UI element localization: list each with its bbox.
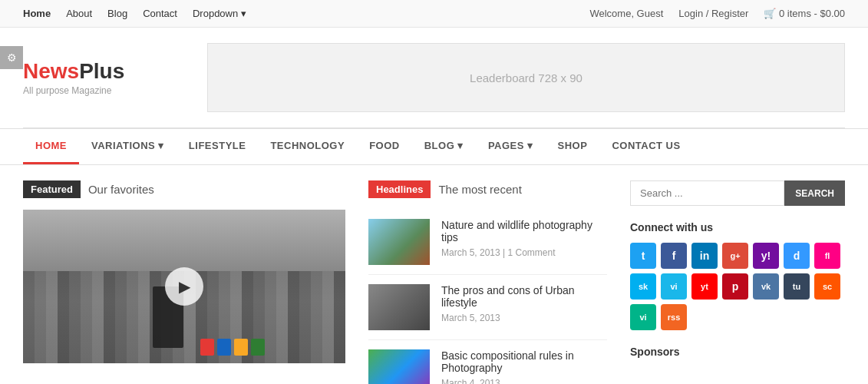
headline-title-3[interactable]: Basic compositional rules in Photography	[441, 349, 607, 374]
logo-plus: Plus	[79, 59, 124, 83]
vimeo-icon[interactable]: vi	[661, 273, 687, 300]
settings-gear-button[interactable]: ⚙	[0, 46, 23, 69]
search-box: SEARCH	[630, 180, 845, 206]
nav-contact-us[interactable]: CONTACT US	[599, 129, 692, 164]
top-nav-about[interactable]: About	[66, 8, 92, 19]
headline-thumb-1[interactable]	[368, 219, 430, 265]
content-area: Featured Our favorites ▶ Headlines The m…	[0, 165, 868, 384]
nav-home[interactable]: HOME	[23, 129, 79, 164]
featured-badge: Featured	[23, 180, 81, 198]
logo-text: NewsPlus	[23, 59, 177, 84]
headline-item-3: Basic compositional rules in Photography…	[368, 340, 607, 384]
dropdown-arrow-icon: ▾	[241, 8, 246, 19]
thumb-image-2	[368, 284, 430, 330]
featured-title: Our favorites	[88, 183, 154, 196]
headline-thumb-2[interactable]	[368, 284, 430, 330]
twitter-icon[interactable]: t	[630, 243, 656, 269]
youtube-icon[interactable]: yt	[691, 273, 718, 300]
featured-image[interactable]: ▶	[23, 210, 345, 363]
headline-meta-1: March 5, 2013 | 1 Comment	[441, 247, 607, 258]
social-icons-grid: t f in g+ y! d fl sk vi yt p vk tu sc vi…	[630, 243, 845, 330]
top-nav-blog[interactable]: Blog	[107, 8, 127, 19]
cart-text: 0 items - $0.00	[779, 8, 845, 19]
top-bar: Home About Blog Contact Dropdown ▾ Welco…	[0, 0, 868, 28]
headlines-section: Headlines The most recent Nature and wil…	[368, 180, 607, 384]
variations-arrow-icon: ▾	[158, 140, 164, 151]
cart-icon: 🛒	[764, 8, 776, 19]
sidebar: SEARCH Connect with us t f in g+ y! d fl…	[630, 180, 845, 384]
nav-technology[interactable]: TECHNOLOGY	[258, 129, 357, 164]
site-header: NewsPlus All purpose Magazine Leaderboar…	[0, 28, 868, 127]
featured-section: Featured Our favorites ▶	[23, 180, 345, 384]
headline-item-1: Nature and wildlife photography tips Mar…	[368, 210, 607, 275]
headlines-title: The most recent	[438, 183, 521, 196]
rss-icon[interactable]: rss	[661, 304, 687, 330]
cart-info: 🛒 0 items - $0.00	[764, 8, 845, 19]
headline-meta-3: March 4, 2013	[441, 378, 607, 384]
headline-item-2: The pros and cons of Urban lifestyle Mar…	[368, 275, 607, 340]
facebook-icon[interactable]: f	[661, 243, 687, 269]
delicious-icon[interactable]: d	[784, 243, 810, 269]
site-logo[interactable]: NewsPlus All purpose Magazine	[23, 59, 177, 96]
googleplus-icon[interactable]: g+	[722, 243, 748, 269]
top-nav-contact[interactable]: Contact	[143, 8, 177, 19]
play-button[interactable]: ▶	[165, 267, 203, 306]
sponsors-title: Sponsors	[630, 346, 845, 358]
headlines-badge: Headlines	[368, 180, 431, 198]
soundcloud-icon[interactable]: sc	[814, 273, 840, 300]
nav-pages[interactable]: PAGES ▾	[476, 129, 546, 164]
tumblr-icon[interactable]: tu	[784, 273, 810, 300]
nav-shop[interactable]: SHOP	[546, 129, 600, 164]
vine-icon[interactable]: vi	[630, 304, 656, 330]
colored-bags	[200, 339, 265, 356]
headlines-header: Headlines The most recent	[368, 180, 607, 198]
headline-title-2[interactable]: The pros and cons of Urban lifestyle	[441, 284, 607, 309]
thumb-image-1	[368, 219, 430, 265]
nav-blog[interactable]: BLOG ▾	[412, 129, 476, 164]
vk-icon[interactable]: vk	[753, 273, 779, 300]
logo-tagline: All purpose Magazine	[23, 85, 177, 96]
nav-variations[interactable]: VARIATIONS ▾	[79, 129, 177, 164]
main-navigation: HOME VARIATIONS ▾ LIFESTYLE TECHNOLOGY F…	[0, 128, 868, 165]
headline-thumb-3[interactable]	[368, 349, 430, 384]
linkedin-icon[interactable]: in	[691, 243, 718, 269]
login-register-link[interactable]: Login / Register	[678, 8, 748, 19]
skype-icon[interactable]: sk	[630, 273, 656, 300]
top-navigation: Home About Blog Contact Dropdown ▾	[23, 8, 246, 19]
search-button[interactable]: SEARCH	[784, 180, 845, 206]
leaderboard-ad: Leaderboard 728 x 90	[207, 43, 845, 112]
thumb-image-3	[368, 349, 430, 384]
blog-arrow-icon: ▾	[457, 140, 464, 151]
headline-content-2: The pros and cons of Urban lifestyle Mar…	[441, 284, 607, 330]
yahoo-icon[interactable]: y!	[753, 243, 779, 269]
headline-title-1[interactable]: Nature and wildlife photography tips	[441, 219, 607, 243]
flickr-icon[interactable]: fl	[814, 243, 840, 269]
nav-food[interactable]: FOOD	[357, 129, 412, 164]
pinterest-icon[interactable]: p	[722, 273, 748, 300]
headline-content-3: Basic compositional rules in Photography…	[441, 349, 607, 384]
nav-lifestyle[interactable]: LIFESTYLE	[177, 129, 259, 164]
top-nav-dropdown[interactable]: Dropdown ▾	[193, 8, 246, 19]
headline-content-1: Nature and wildlife photography tips Mar…	[441, 219, 607, 265]
connect-title: Connect with us	[630, 221, 845, 233]
welcome-text: Welcome, Guest	[589, 8, 663, 19]
featured-header: Featured Our favorites	[23, 180, 345, 198]
top-right-bar: Welcome, Guest Login / Register 🛒 0 item…	[589, 8, 845, 19]
headline-meta-2: March 5, 2013	[441, 313, 607, 323]
search-input[interactable]	[630, 180, 784, 206]
pages-arrow-icon: ▾	[527, 140, 533, 151]
top-nav-home[interactable]: Home	[23, 8, 51, 19]
logo-news: News	[23, 59, 79, 83]
